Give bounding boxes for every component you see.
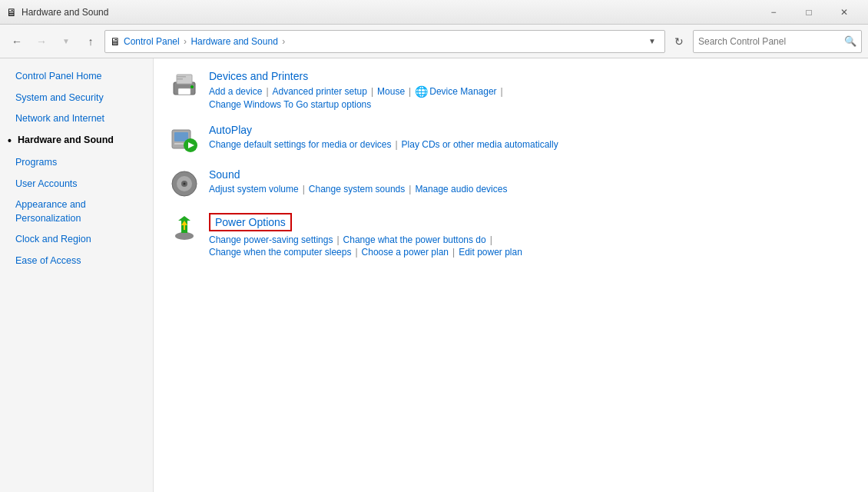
svg-rect-4 xyxy=(177,76,186,78)
sidebar-item-hardware-and-sound[interactable]: Hardware and Sound xyxy=(0,130,153,153)
edit-power-plan-link[interactable]: Edit power plan xyxy=(459,247,522,258)
search-button[interactable]: 🔍 xyxy=(844,35,856,47)
svg-rect-5 xyxy=(177,78,183,80)
section-power-options: Power Options Change power-saving settin… xyxy=(169,213,853,258)
separator-2: › xyxy=(282,36,285,47)
up-button[interactable]: ↑ xyxy=(80,31,101,52)
forward-button[interactable]: → xyxy=(31,31,52,52)
sidebar-item-system-and-security[interactable]: System and Security xyxy=(0,88,153,109)
autoplay-title[interactable]: AutoPlay xyxy=(209,124,853,136)
devices-and-printers-content: Devices and Printers Add a device | Adva… xyxy=(209,70,853,110)
main-container: Control Panel Home System and Security N… xyxy=(0,58,868,492)
sound-links: Adjust system volume | Change system sou… xyxy=(209,184,853,194)
devices-and-printers-title[interactable]: Devices and Printers xyxy=(209,70,853,82)
change-power-buttons-link[interactable]: Change what the power buttons do xyxy=(343,234,486,245)
back-button[interactable]: ← xyxy=(6,31,28,52)
add-a-device-link[interactable]: Add a device xyxy=(209,86,262,97)
section-devices-and-printers: Devices and Printers Add a device | Adva… xyxy=(169,70,853,110)
search-container: 🔍 xyxy=(693,30,862,53)
maximize-button[interactable]: □ xyxy=(791,0,827,25)
change-windows-to-go-link[interactable]: Change Windows To Go startup options xyxy=(209,99,371,110)
window-controls: − □ ✕ xyxy=(756,0,862,25)
sep6: | xyxy=(303,184,305,194)
content-area: Devices and Printers Add a device | Adva… xyxy=(154,58,868,492)
devices-and-printers-links-row2: Change Windows To Go startup options xyxy=(209,99,853,110)
section-sound: Sound Adjust system volume | Change syst… xyxy=(169,168,853,199)
breadcrumb-dropdown-button[interactable]: ▼ xyxy=(644,34,660,49)
search-input[interactable] xyxy=(698,36,841,47)
sep3: | xyxy=(409,86,411,97)
svg-rect-2 xyxy=(178,88,190,95)
sep4: | xyxy=(501,86,503,97)
play-cds-link[interactable]: Play CDs or other media automatically xyxy=(402,139,558,150)
sidebar-label-user-accounts: User Accounts xyxy=(15,178,78,191)
section-autoplay: AutoPlay Change default settings for med… xyxy=(169,124,853,155)
power-options-links-row1: Change power-saving settings | Change wh… xyxy=(209,234,853,245)
change-system-sounds-link[interactable]: Change system sounds xyxy=(309,184,405,194)
breadcrumb: Control Panel › Hardware and Sound › xyxy=(124,36,641,47)
sep7: | xyxy=(409,184,411,194)
folder-icon: 🖥 xyxy=(110,35,121,48)
sidebar-label-system-and-security: System and Security xyxy=(15,91,104,105)
sidebar-label-ease-of-access: Ease of Access xyxy=(15,254,81,268)
power-options-links-row2: Change when the computer sleeps | Choose… xyxy=(209,247,853,258)
adjust-system-volume-link[interactable]: Adjust system volume xyxy=(209,184,299,194)
autoplay-svg xyxy=(171,125,198,153)
close-button[interactable]: ✕ xyxy=(827,0,862,25)
sep9: | xyxy=(490,234,492,245)
window-title: Hardware and Sound xyxy=(22,7,108,18)
autoplay-content: AutoPlay Change default settings for med… xyxy=(209,124,853,150)
sound-svg xyxy=(171,170,198,198)
title-bar: 🖥 Hardware and Sound − □ ✕ xyxy=(0,0,868,25)
power-options-title[interactable]: Power Options xyxy=(209,213,292,231)
autoplay-icon xyxy=(169,124,200,155)
refresh-button[interactable]: ↻ xyxy=(668,31,690,52)
sep2: | xyxy=(371,86,373,97)
svg-point-3 xyxy=(190,85,194,88)
devices-and-printers-icon xyxy=(169,70,200,101)
sidebar-item-user-accounts[interactable]: User Accounts xyxy=(0,174,153,195)
minimize-button[interactable]: − xyxy=(756,0,791,25)
sidebar-label-programs: Programs xyxy=(15,156,57,170)
change-when-computer-sleeps-link[interactable]: Change when the computer sleeps xyxy=(209,247,351,258)
device-manager-globe-icon: 🌐 xyxy=(415,85,428,98)
devices-and-printers-links: Add a device | Advanced printer setup | … xyxy=(209,85,853,98)
sidebar-item-control-panel-home[interactable]: Control Panel Home xyxy=(0,66,153,88)
advanced-printer-setup-link[interactable]: Advanced printer setup xyxy=(273,86,367,97)
device-manager-link[interactable]: Device Manager xyxy=(429,86,496,97)
power-options-content: Power Options Change power-saving settin… xyxy=(209,213,853,258)
sep10: | xyxy=(355,247,357,258)
change-default-settings-link[interactable]: Change default settings for media or dev… xyxy=(209,139,391,150)
devices-printers-svg xyxy=(171,71,198,99)
manage-audio-devices-link[interactable]: Manage audio devices xyxy=(415,184,507,194)
mouse-link[interactable]: Mouse xyxy=(377,86,405,97)
sidebar-label-hardware-and-sound: Hardware and Sound xyxy=(18,134,114,148)
sidebar-item-ease-of-access[interactable]: Ease of Access xyxy=(0,251,153,272)
svg-point-14 xyxy=(184,183,186,185)
power-svg xyxy=(171,214,198,242)
sound-title[interactable]: Sound xyxy=(209,168,853,181)
sidebar-item-programs[interactable]: Programs xyxy=(0,152,153,174)
separator-1: › xyxy=(184,36,189,47)
sidebar-item-clock-and-region[interactable]: Clock and Region xyxy=(0,229,153,251)
sound-icon xyxy=(169,168,200,199)
autoplay-links: Change default settings for media or dev… xyxy=(209,139,853,150)
address-bar-input: 🖥 Control Panel › Hardware and Sound › ▼ xyxy=(104,30,665,53)
recent-button[interactable]: ▼ xyxy=(55,31,77,52)
choose-power-plan-link[interactable]: Choose a power plan xyxy=(362,247,449,258)
power-options-icon xyxy=(169,213,200,244)
sidebar-label-network-and-internet: Network and Internet xyxy=(15,112,104,126)
app-icon: 🖥 xyxy=(6,6,17,18)
sep11: | xyxy=(452,247,455,258)
sidebar-item-network-and-internet[interactable]: Network and Internet xyxy=(0,108,153,130)
change-power-saving-settings-link[interactable]: Change power-saving settings xyxy=(209,234,333,245)
breadcrumb-part-2[interactable]: Hardware and Sound xyxy=(190,36,277,47)
sep5: | xyxy=(395,139,397,150)
address-bar: ← → ▼ ↑ 🖥 Control Panel › Hardware and S… xyxy=(0,25,868,58)
sidebar-label-control-panel-home: Control Panel Home xyxy=(15,70,102,84)
breadcrumb-part-1[interactable]: Control Panel xyxy=(124,36,180,47)
sep1: | xyxy=(266,86,268,97)
sidebar-label-appearance-and-personalization: Appearance and Personalization xyxy=(15,198,144,225)
sidebar-item-appearance-and-personalization[interactable]: Appearance and Personalization xyxy=(0,194,153,229)
sound-content: Sound Adjust system volume | Change syst… xyxy=(209,168,853,194)
